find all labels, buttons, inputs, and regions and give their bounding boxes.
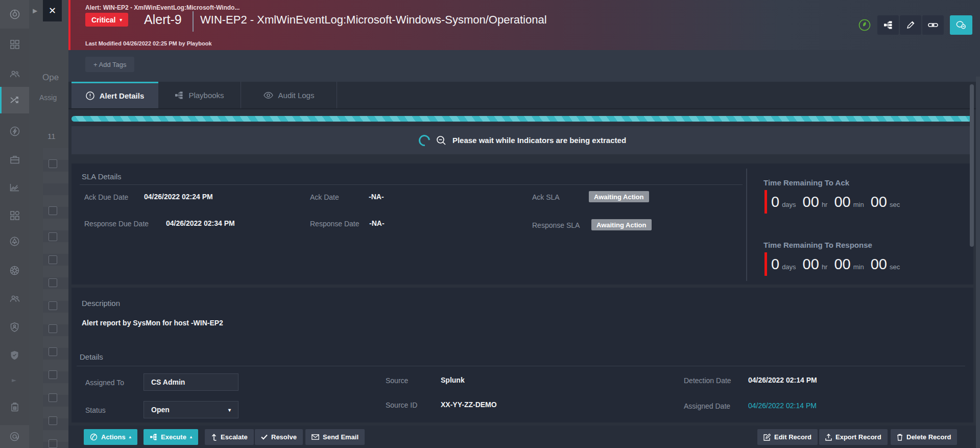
sidebar-item-mentions[interactable] [0, 425, 29, 448]
delete-record-label: Delete Record [906, 433, 951, 441]
tab-playbooks[interactable]: Playbooks [158, 82, 241, 108]
product-logo-icon[interactable] [0, 0, 29, 29]
execute-label: Execute [161, 433, 186, 441]
export-record-button[interactable]: Export Record [819, 429, 888, 445]
sidebar-item-settings-wheel[interactable] [0, 260, 29, 280]
sidebar-item-queues[interactable] [0, 64, 29, 84]
response-date-label: Response Date [310, 220, 360, 228]
actions-icon [90, 433, 98, 441]
export-record-label: Export Record [835, 433, 881, 441]
sidebar-item-dashboard[interactable] [0, 34, 29, 55]
copy-link-button[interactable] [922, 15, 944, 35]
sidebar-item-cases[interactable] [0, 149, 29, 170]
edit-record-header-button[interactable] [900, 15, 921, 35]
tab-label: Alert Details [100, 91, 145, 100]
background-row-checkbox [49, 324, 57, 333]
background-row-count: 11 [47, 132, 56, 140]
sidebar-item-alert-hub[interactable] [0, 231, 29, 251]
edit-record-button[interactable]: Edit Record [757, 429, 818, 445]
send-email-label: Send Email [323, 433, 358, 441]
timer-hr: 00 [803, 194, 819, 210]
background-row-checkbox [49, 416, 57, 425]
check-icon [261, 434, 268, 440]
source-value: Splunk [441, 376, 465, 384]
sidebar-item-security-shield[interactable] [0, 345, 29, 365]
panel-vertical-divider [746, 169, 747, 281]
background-heading: Ope [42, 73, 68, 83]
chevron-up-icon: ▴ [190, 435, 192, 439]
edit-record-label: Edit Record [774, 433, 811, 441]
loading-message: Please wait while Indicators are being e… [452, 136, 626, 145]
background-row-checkbox [49, 278, 57, 287]
sidebar-item-widgets[interactable] [0, 205, 29, 226]
actions-button[interactable]: Actions ▴ [84, 429, 137, 445]
timer-min-unit: min [853, 263, 864, 271]
background-row-checkbox [49, 301, 57, 310]
timer-days-unit: days [782, 201, 796, 208]
background-row-checkbox [49, 439, 57, 448]
status-dropdown[interactable]: Open ▾ [144, 401, 238, 418]
background-row-checkbox [49, 232, 57, 241]
sidebar-item-automation[interactable] [0, 121, 29, 142]
escalate-button[interactable]: Escalate [205, 429, 254, 445]
execute-button[interactable]: Execute ▴ [144, 429, 198, 445]
alert-circle-icon [86, 91, 94, 100]
app-sidebar [0, 0, 29, 448]
close-modal-button[interactable]: ✕ [43, 0, 62, 21]
assigned-date-link[interactable]: 04/26/2022 02:14 PM [748, 402, 817, 410]
breadcrumb: Alert: WIN-EP2 - XmlWinEventLog:Microsof… [85, 4, 240, 11]
record-id: Alert-9 [144, 12, 182, 27]
actions-label: Actions [101, 433, 126, 441]
comments-button[interactable] [950, 15, 972, 35]
timer-hr-unit: hr [822, 263, 828, 271]
playbook-progress-bar [71, 116, 973, 122]
tab-alert-details[interactable]: Alert Details [71, 82, 158, 108]
severity-label: Critical [91, 16, 115, 24]
background-row-checkbox [49, 206, 57, 215]
sidebar-item-routing-active[interactable] [0, 87, 29, 113]
indicator-extraction-banner: Please wait while Indicators are being e… [71, 126, 973, 154]
background-row-checkbox [49, 159, 57, 168]
escalate-icon [211, 434, 217, 441]
spinner-icon [416, 132, 432, 148]
sidebar-item-admin-shield[interactable] [0, 317, 29, 337]
sidebar-item-flag[interactable] [0, 371, 29, 392]
background-row-checkbox [49, 370, 57, 379]
background-row-checkbox [49, 255, 57, 264]
record-approval-icon[interactable] [858, 18, 871, 32]
add-tags-button[interactable]: + Add Tags [85, 57, 134, 72]
sla-breach-bar [764, 190, 767, 214]
page-scrollbar-gutter [976, 77, 980, 448]
last-modified-text: Last Modified 04/26/2022 02:25 PM by Pla… [85, 40, 212, 46]
response-sla-status-badge: Awaiting Action [591, 219, 652, 230]
time-remaining-ack-title: Time Remaining To Ack [763, 178, 849, 187]
assigned-to-input[interactable] [144, 373, 238, 391]
delete-record-button[interactable]: Delete Record [891, 429, 957, 445]
status-value: Open [151, 406, 170, 414]
assigned-date-label: Assigned Date [684, 402, 730, 410]
severity-badge[interactable]: Critical ▾ [85, 13, 128, 27]
collapse-panel-arrow[interactable]: ▶ [33, 7, 41, 15]
send-email-button[interactable]: Send Email [305, 429, 365, 445]
description-title: Description [82, 299, 120, 308]
sidebar-item-reports[interactable] [0, 177, 29, 198]
detection-date-value: 04/26/2022 02:14 PM [748, 376, 817, 384]
description-text: Alert report by SysMon for host -WIN-EP2 [82, 319, 223, 327]
timer-sec: 00 [871, 256, 887, 273]
timer-min-unit: min [853, 201, 864, 208]
response-sla-label: Response SLA [532, 221, 580, 229]
sidebar-item-teams[interactable] [0, 289, 29, 309]
time-remaining-ack-counter: 0days 00hr 00min 00sec [764, 190, 904, 214]
source-id-label: Source ID [386, 401, 417, 409]
tab-audit-logs[interactable]: Audit Logs [241, 82, 337, 108]
timer-min: 00 [834, 256, 850, 273]
source-label: Source [386, 376, 408, 385]
resolve-button[interactable]: Resolve [255, 429, 303, 445]
modal-scrollbar-thumb[interactable] [970, 84, 974, 247]
chevron-down-icon: ▾ [228, 407, 231, 413]
eye-icon [264, 92, 273, 99]
run-playbooks-button[interactable] [877, 15, 899, 35]
sidebar-item-recycle-bin[interactable] [0, 397, 29, 417]
page-title: WIN-EP2 - XmlWinEventLog:Microsoft-Windo… [200, 13, 547, 27]
ack-due-date-value: 04/26/2022 02:24 PM [144, 193, 213, 201]
